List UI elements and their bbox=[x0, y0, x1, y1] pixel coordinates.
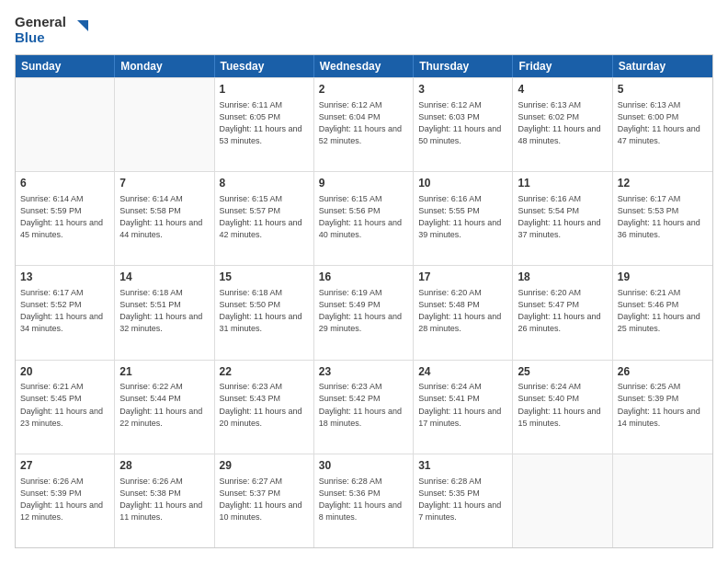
day-cell-21: 21 Sunrise: 6:22 AM Sunset: 5:44 PM Dayl… bbox=[115, 361, 214, 454]
day-cell-27: 27 Sunrise: 6:26 AM Sunset: 5:39 PM Dayl… bbox=[16, 454, 115, 547]
cell-sunrise: Sunrise: 6:16 AM bbox=[418, 193, 507, 205]
cell-sunset: Sunset: 5:41 PM bbox=[418, 393, 507, 405]
day-number: 15 bbox=[220, 270, 309, 285]
logo-text: General Blue bbox=[15, 15, 88, 45]
day-number: 17 bbox=[418, 270, 507, 285]
cell-daylight: Daylight: 11 hours and 32 minutes. bbox=[119, 311, 209, 335]
day-number: 16 bbox=[319, 270, 408, 285]
day-number: 13 bbox=[20, 270, 109, 285]
day-cell-15: 15 Sunrise: 6:18 AM Sunset: 5:50 PM Dayl… bbox=[215, 266, 314, 359]
day-cell-13: 13 Sunrise: 6:17 AM Sunset: 5:52 PM Dayl… bbox=[16, 266, 115, 359]
cell-daylight: Daylight: 11 hours and 12 minutes. bbox=[20, 500, 109, 523]
header-sunday: Sunday bbox=[16, 55, 115, 77]
cell-sunset: Sunset: 5:43 PM bbox=[220, 393, 309, 405]
cell-sunrise: Sunrise: 6:18 AM bbox=[119, 287, 209, 299]
cell-daylight: Daylight: 11 hours and 29 minutes. bbox=[319, 311, 408, 335]
day-cell-1: 1 Sunrise: 6:11 AM Sunset: 6:05 PM Dayli… bbox=[215, 78, 314, 171]
day-cell-16: 16 Sunrise: 6:19 AM Sunset: 5:49 PM Dayl… bbox=[314, 266, 414, 359]
cell-sunset: Sunset: 5:59 PM bbox=[20, 205, 109, 217]
day-number: 27 bbox=[20, 458, 109, 474]
day-number: 3 bbox=[418, 82, 507, 98]
cell-sunset: Sunset: 5:55 PM bbox=[418, 205, 507, 217]
day-number: 6 bbox=[20, 176, 109, 191]
cell-sunrise: Sunrise: 6:26 AM bbox=[119, 476, 209, 488]
day-cell-31: 31 Sunrise: 6:28 AM Sunset: 5:35 PM Dayl… bbox=[414, 454, 513, 547]
calendar-row-1: 1 Sunrise: 6:11 AM Sunset: 6:05 PM Dayli… bbox=[16, 77, 712, 171]
cell-daylight: Daylight: 11 hours and 40 minutes. bbox=[319, 217, 408, 241]
empty-cell bbox=[613, 454, 712, 547]
cell-sunset: Sunset: 5:52 PM bbox=[20, 299, 109, 311]
cell-daylight: Daylight: 11 hours and 28 minutes. bbox=[418, 311, 507, 335]
calendar-row-5: 27 Sunrise: 6:26 AM Sunset: 5:39 PM Dayl… bbox=[16, 454, 712, 547]
cell-sunrise: Sunrise: 6:11 AM bbox=[220, 99, 309, 111]
empty-cell bbox=[513, 454, 612, 547]
cell-sunset: Sunset: 5:49 PM bbox=[319, 299, 408, 311]
day-number: 28 bbox=[119, 458, 209, 474]
cell-sunrise: Sunrise: 6:13 AM bbox=[618, 99, 708, 111]
empty-cell bbox=[115, 78, 214, 171]
day-number: 1 bbox=[220, 82, 309, 98]
cell-sunrise: Sunrise: 6:26 AM bbox=[20, 476, 109, 488]
day-cell-12: 12 Sunrise: 6:17 AM Sunset: 5:53 PM Dayl… bbox=[613, 172, 712, 265]
cell-daylight: Daylight: 11 hours and 22 minutes. bbox=[119, 406, 209, 430]
day-cell-20: 20 Sunrise: 6:21 AM Sunset: 5:45 PM Dayl… bbox=[16, 361, 115, 454]
cell-sunset: Sunset: 5:50 PM bbox=[220, 299, 309, 311]
cell-sunset: Sunset: 5:45 PM bbox=[20, 393, 109, 405]
cell-sunrise: Sunrise: 6:12 AM bbox=[319, 99, 408, 111]
cell-sunset: Sunset: 5:56 PM bbox=[319, 205, 408, 217]
cell-sunrise: Sunrise: 6:17 AM bbox=[20, 287, 109, 299]
day-number: 10 bbox=[418, 176, 507, 191]
cell-daylight: Daylight: 11 hours and 8 minutes. bbox=[319, 500, 408, 523]
empty-cell bbox=[16, 78, 115, 171]
cell-sunset: Sunset: 6:02 PM bbox=[518, 111, 607, 123]
cell-sunset: Sunset: 5:57 PM bbox=[220, 205, 309, 217]
day-number: 2 bbox=[319, 82, 408, 98]
header: General Blue bbox=[15, 15, 713, 45]
cell-sunrise: Sunrise: 6:20 AM bbox=[518, 287, 607, 299]
cell-sunrise: Sunrise: 6:18 AM bbox=[220, 287, 309, 299]
day-cell-30: 30 Sunrise: 6:28 AM Sunset: 5:36 PM Dayl… bbox=[314, 454, 414, 547]
cell-sunset: Sunset: 6:04 PM bbox=[319, 111, 408, 123]
cell-sunset: Sunset: 5:38 PM bbox=[119, 488, 209, 500]
cell-daylight: Daylight: 11 hours and 17 minutes. bbox=[418, 406, 507, 430]
cell-sunset: Sunset: 6:05 PM bbox=[220, 111, 309, 123]
cell-sunrise: Sunrise: 6:28 AM bbox=[319, 476, 408, 488]
day-cell-29: 29 Sunrise: 6:27 AM Sunset: 5:37 PM Dayl… bbox=[215, 454, 314, 547]
cell-sunrise: Sunrise: 6:14 AM bbox=[119, 193, 209, 205]
cell-sunrise: Sunrise: 6:24 AM bbox=[418, 381, 507, 393]
cell-sunrise: Sunrise: 6:28 AM bbox=[418, 476, 507, 488]
day-cell-11: 11 Sunrise: 6:16 AM Sunset: 5:54 PM Dayl… bbox=[513, 172, 612, 265]
cell-daylight: Daylight: 11 hours and 15 minutes. bbox=[518, 406, 607, 430]
cell-daylight: Daylight: 11 hours and 20 minutes. bbox=[220, 406, 309, 430]
day-cell-22: 22 Sunrise: 6:23 AM Sunset: 5:43 PM Dayl… bbox=[215, 361, 314, 454]
day-number: 31 bbox=[418, 458, 507, 474]
day-cell-18: 18 Sunrise: 6:20 AM Sunset: 5:47 PM Dayl… bbox=[513, 266, 612, 359]
cell-sunset: Sunset: 5:53 PM bbox=[618, 205, 708, 217]
cell-daylight: Daylight: 11 hours and 18 minutes. bbox=[319, 406, 408, 430]
cell-daylight: Daylight: 11 hours and 26 minutes. bbox=[518, 311, 607, 335]
cell-daylight: Daylight: 11 hours and 25 minutes. bbox=[618, 311, 708, 335]
cell-daylight: Daylight: 11 hours and 39 minutes. bbox=[418, 217, 507, 241]
cell-sunset: Sunset: 5:51 PM bbox=[119, 299, 209, 311]
cell-daylight: Daylight: 11 hours and 7 minutes. bbox=[418, 500, 507, 523]
day-number: 8 bbox=[220, 176, 309, 191]
cell-daylight: Daylight: 11 hours and 23 minutes. bbox=[20, 406, 109, 430]
calendar-row-4: 20 Sunrise: 6:21 AM Sunset: 5:45 PM Dayl… bbox=[16, 360, 712, 454]
day-cell-8: 8 Sunrise: 6:15 AM Sunset: 5:57 PM Dayli… bbox=[215, 172, 314, 265]
cell-sunset: Sunset: 5:39 PM bbox=[618, 393, 708, 405]
cell-sunrise: Sunrise: 6:20 AM bbox=[418, 287, 507, 299]
day-cell-23: 23 Sunrise: 6:23 AM Sunset: 5:42 PM Dayl… bbox=[314, 361, 414, 454]
day-number: 22 bbox=[220, 364, 309, 380]
cell-sunrise: Sunrise: 6:21 AM bbox=[618, 287, 708, 299]
cell-sunrise: Sunrise: 6:13 AM bbox=[518, 99, 607, 111]
cell-sunset: Sunset: 5:35 PM bbox=[418, 488, 507, 500]
day-cell-9: 9 Sunrise: 6:15 AM Sunset: 5:56 PM Dayli… bbox=[314, 172, 414, 265]
day-number: 29 bbox=[220, 458, 309, 474]
cell-sunrise: Sunrise: 6:22 AM bbox=[119, 381, 209, 393]
day-cell-28: 28 Sunrise: 6:26 AM Sunset: 5:38 PM Dayl… bbox=[115, 454, 214, 547]
svg-marker-0 bbox=[77, 20, 88, 31]
cell-sunset: Sunset: 5:37 PM bbox=[220, 488, 309, 500]
day-cell-7: 7 Sunrise: 6:14 AM Sunset: 5:58 PM Dayli… bbox=[115, 172, 214, 265]
day-cell-19: 19 Sunrise: 6:21 AM Sunset: 5:46 PM Dayl… bbox=[613, 266, 712, 359]
day-cell-3: 3 Sunrise: 6:12 AM Sunset: 6:03 PM Dayli… bbox=[414, 78, 513, 171]
